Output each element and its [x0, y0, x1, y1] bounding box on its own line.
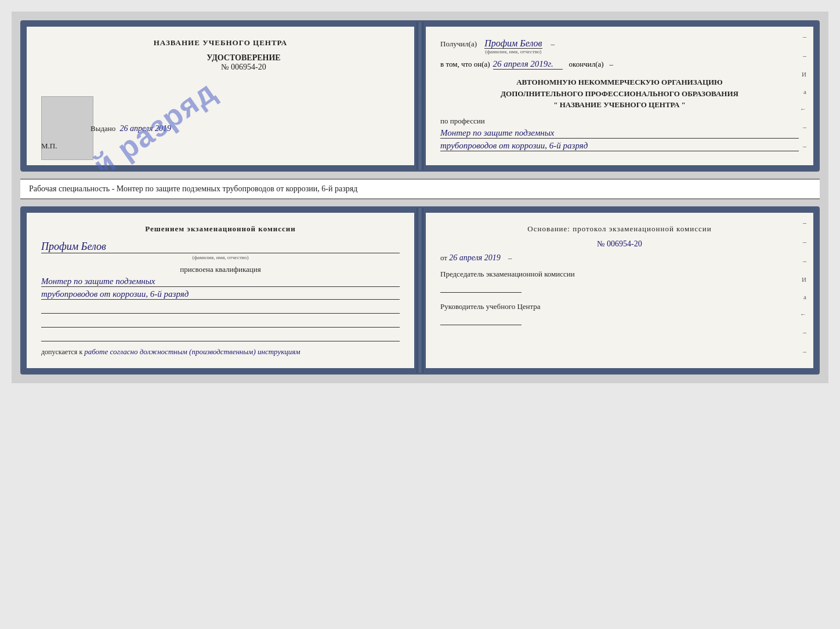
- top-cert-right-page: Получил(a) Профим Белов (фамилия, имя, о…: [423, 22, 818, 170]
- rukov-block: Руководитель учебного Центра: [440, 302, 799, 325]
- mp-label: М.П.: [41, 141, 57, 151]
- bottom-name-block: Профим Белов (фамилия, имя, отчество): [41, 241, 400, 260]
- bottom-name-sub: (фамилия, имя, отчество): [41, 254, 400, 260]
- b-dash-6: –: [803, 366, 806, 375]
- dash1: –: [551, 39, 555, 49]
- b-dash-4: –: [803, 328, 806, 337]
- bottom-dash1: –: [508, 253, 512, 262]
- и-mark: И: [802, 71, 806, 78]
- ot-date: 26 апреля 2019: [449, 253, 500, 262]
- profession-line1: Монтер по защите подземных: [440, 128, 799, 139]
- recipient-name: Профим Белов: [484, 38, 542, 49]
- org-block: АВТОНОМНУЮ НЕКОММЕРЧЕСКУЮ ОРГАНИЗАЦИЮ ДО…: [440, 77, 799, 111]
- dash-mark-5: –: [803, 161, 806, 170]
- bottom-name-handwritten: Профим Белов: [41, 241, 400, 253]
- qual-line1: Монтер по защите подземных: [41, 277, 400, 287]
- predsedatel-block: Председатель экзаменационной комиссии: [440, 270, 799, 293]
- date-line: в том, что он(а) 26 апреля 2019г. окончи…: [440, 59, 799, 70]
- vydano-label: Выдано: [90, 124, 115, 133]
- b-а-mark: а: [803, 293, 806, 300]
- vydano-date: 26 апреля 2019: [120, 124, 171, 133]
- qual-line2: трубопроводов от коррозии, 6-й разряд: [41, 289, 400, 300]
- photo-placeholder: [41, 96, 93, 160]
- cert-spine: [417, 22, 423, 170]
- blank-line-1: [41, 302, 400, 314]
- b-dash-5: –: [803, 347, 806, 356]
- profession-block: по профессии Монтер по защите подземных …: [440, 117, 799, 151]
- cert-number: № 006954-20: [88, 63, 400, 72]
- vtom-label: в том, что он(а): [440, 60, 490, 69]
- b-arrow-mark: ←: [800, 311, 806, 318]
- b-и-mark: И: [802, 276, 806, 283]
- arrow-mark: ←: [800, 106, 806, 112]
- b-dash-3: –: [803, 257, 806, 266]
- bottom-cert-left-page: Решением экзаменационной комиссии Профим…: [22, 208, 417, 373]
- а-mark: а: [803, 88, 806, 95]
- page-wrapper: НАЗВАНИЕ УЧЕБНОГО ЦЕНТРА УДОСТОВЕРЕНИЕ №…: [12, 12, 828, 383]
- po-professii-label: по профессии: [440, 117, 799, 126]
- bottom-left-title: Решением экзаменационной комиссии: [41, 224, 400, 234]
- specialty-text: Рабочая специальность - Монтер по защите…: [20, 179, 820, 199]
- bottom-number-block: № 006954-20: [440, 239, 799, 249]
- bottom-cert-right-page: Основание: протокол экзаменационной коми…: [423, 208, 818, 373]
- b-dash-1: –: [803, 219, 806, 227]
- poluchil-label: Получил(a): [440, 39, 477, 49]
- ot-label: от: [440, 253, 447, 262]
- osnov-title: Основание: протокол экзаменационной коми…: [440, 224, 799, 234]
- bottom-date-block: от 26 апреля 2019 –: [440, 253, 799, 263]
- right-side-marks: – – И а ← – – – –: [800, 32, 806, 172]
- dash-mark-2: –: [803, 52, 806, 60]
- dopuskaetsya-label: допускается к: [41, 348, 82, 356]
- org-line2: ДОПОЛНИТЕЛЬНОГО ПРОФЕССИОНАЛЬНОГО ОБРАЗО…: [440, 88, 799, 100]
- dash-mark-1: –: [803, 32, 806, 41]
- blank-line-2: [41, 316, 400, 328]
- udostoverenie-block: УДОСТОВЕРЕНИЕ № 006954-20: [88, 53, 400, 72]
- predsedatel-sig-line: [440, 281, 522, 293]
- recipient-line: Получил(a) Профим Белов (фамилия, имя, о…: [440, 38, 799, 54]
- vydano-block: Выдано 26 апреля 2019: [90, 124, 171, 133]
- okончил-label: окончил(а): [569, 60, 604, 69]
- recipient-sub: (фамилия, имя, отчество): [481, 49, 545, 54]
- b-dash-2: –: [803, 238, 806, 246]
- org-line1: АВТОНОМНУЮ НЕКОММЕРЧЕСКУЮ ОРГАНИЗАЦИЮ: [440, 77, 799, 88]
- profession-line2: трубопроводов от коррозии, 6-й разряд: [440, 141, 799, 151]
- top-cert-left-page: НАЗВАНИЕ УЧЕБНОГО ЦЕНТРА УДОСТОВЕРЕНИЕ №…: [22, 22, 417, 170]
- bottom-right-marks: – – – И а ← – – – –: [800, 219, 806, 375]
- org-name: " НАЗВАНИЕ УЧЕБНОГО ЦЕНТРА ": [440, 99, 799, 111]
- left-page-title: НАЗВАНИЕ УЧЕБНОГО ЦЕНТРА: [41, 38, 400, 48]
- blank-line-3: [41, 330, 400, 341]
- dopuskaetsya-block: допускается к работе согласно должностны…: [41, 347, 400, 357]
- rukov-sig-line: [440, 314, 522, 325]
- dash-mark-4: –: [803, 142, 806, 151]
- bottom-cert-number: № 006954-20: [597, 239, 642, 248]
- top-certificate-book: НАЗВАНИЕ УЧЕБНОГО ЦЕНТРА УДОСТОВЕРЕНИЕ №…: [20, 20, 820, 172]
- udostoverenie-label: УДОСТОВЕРЕНИЕ: [88, 53, 400, 63]
- predsedatel-label: Председатель экзаменационной комиссии: [440, 270, 799, 279]
- dash-mark-3: –: [803, 123, 806, 132]
- rukov-label: Руководитель учебного Центра: [440, 302, 799, 311]
- bottom-cert-spine: [417, 208, 423, 373]
- dopuskaetsya-text: работе согласно должностным (производств…: [84, 347, 300, 356]
- priсvoena-label: присвоена квалификация: [41, 265, 400, 274]
- vtom-date: 26 апреля 2019г.: [493, 59, 563, 70]
- dash2: –: [610, 60, 614, 69]
- bottom-certificate-book: Решением экзаменационной комиссии Профим…: [20, 206, 820, 375]
